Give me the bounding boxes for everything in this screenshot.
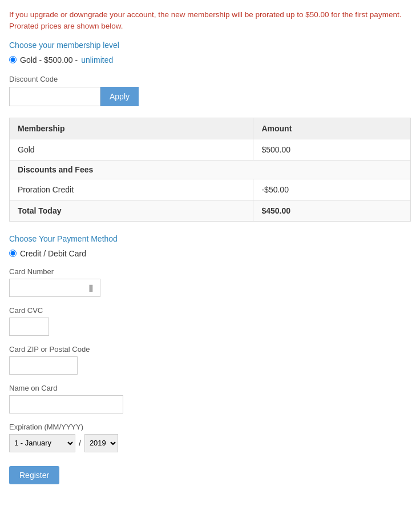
item-amount-cell: -$50.00 [253, 179, 411, 200]
membership-radio[interactable] [9, 56, 17, 63]
card-number-input[interactable] [10, 281, 84, 295]
apply-button[interactable]: Apply [100, 87, 139, 106]
unlimited-label: unlimited [81, 55, 113, 65]
credit-card-radio[interactable] [9, 250, 17, 257]
col-amount-header: Amount [253, 118, 411, 139]
table-row: Proration Credit-$50.00 [10, 179, 411, 200]
expiration-row: 1 - January2 - February3 - March4 - Apri… [9, 434, 411, 452]
name-input[interactable] [9, 395, 123, 413]
name-group: Name on Card [9, 384, 411, 413]
membership-radio-label: Gold - $500.00 - [20, 55, 78, 65]
register-button[interactable]: Register [9, 466, 59, 484]
choose-payment-link[interactable]: Choose Your Payment Method [9, 234, 411, 243]
name-label: Name on Card [9, 384, 411, 392]
membership-radio-row: Gold - $500.00 - unlimited [9, 55, 411, 65]
zip-input[interactable] [9, 356, 78, 375]
cvc-group: Card CVC [9, 306, 411, 336]
expiration-group: Expiration (MM/YYYY) 1 - January2 - Febr… [9, 423, 411, 452]
total-amount-cell: $450.00 [253, 200, 411, 221]
table-row: Gold$500.00 [10, 139, 411, 160]
expiration-label: Expiration (MM/YYYY) [9, 423, 411, 431]
discount-label: Discount Code [9, 75, 411, 83]
discount-row: Apply [9, 87, 411, 106]
table-header-row: Membership Amount [10, 118, 411, 139]
col-membership-header: Membership [10, 118, 253, 139]
expiration-separator: / [79, 439, 81, 448]
table-row: Total Today$450.00 [10, 200, 411, 221]
payment-section: Choose Your Payment Method Credit / Debi… [9, 234, 411, 484]
choose-membership-link[interactable]: Choose your membership level [9, 41, 411, 50]
total-label-cell: Total Today [10, 200, 253, 221]
table-row: Discounts and Fees [10, 160, 411, 179]
cvc-input[interactable] [9, 318, 49, 336]
month-select[interactable]: 1 - January2 - February3 - March4 - Apri… [9, 434, 75, 452]
card-number-label: Card Number [9, 267, 411, 276]
proration-info-text: If you upgrade or downgrade your account… [9, 9, 411, 33]
pricing-table: Membership Amount Gold$500.00Discounts a… [9, 118, 411, 222]
card-icon: ▮ [84, 281, 98, 295]
payment-method-radio-row: Credit / Debit Card [9, 249, 411, 258]
cvc-label: Card CVC [9, 306, 411, 315]
discount-input[interactable] [9, 87, 100, 106]
item-label-cell: Gold [10, 139, 253, 160]
card-number-wrap: ▮ [9, 279, 100, 297]
year-select[interactable]: 2019202020212022202320242025 [84, 434, 118, 452]
item-label-cell: Proration Credit [10, 179, 253, 200]
card-number-group: Card Number ▮ [9, 267, 411, 297]
credit-card-label: Credit / Debit Card [20, 249, 86, 258]
item-amount-cell: $500.00 [253, 139, 411, 160]
section-header-cell: Discounts and Fees [10, 160, 411, 179]
zip-label: Card ZIP or Postal Code [9, 345, 411, 354]
discount-field-group: Discount Code Apply [9, 75, 411, 106]
zip-group: Card ZIP or Postal Code [9, 345, 411, 375]
